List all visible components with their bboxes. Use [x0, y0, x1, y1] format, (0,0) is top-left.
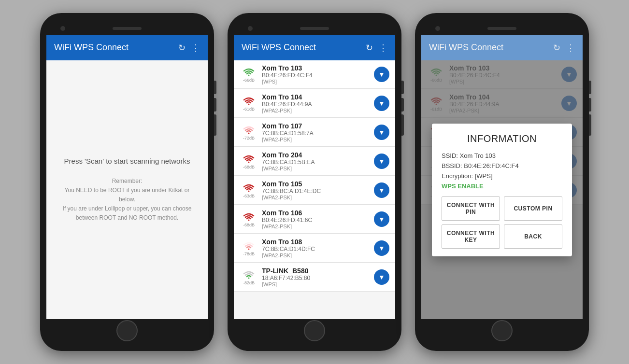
- signal-db: -66dB: [243, 78, 255, 83]
- power-btn-2[interactable]: [401, 114, 404, 136]
- network-item[interactable]: -66dB Xom Tro 103 B0:4E:26:FD:4C:F4 [WPS…: [234, 60, 395, 89]
- expand-button[interactable]: ▼: [374, 182, 389, 198]
- phone-speaker-2: [300, 27, 329, 30]
- menu-icon-3[interactable]: ⋮: [566, 42, 575, 53]
- expand-button[interactable]: ▼: [374, 67, 389, 82]
- network-security: [WPA2-PSK]: [262, 252, 370, 258]
- refresh-icon-3[interactable]: ↻: [553, 42, 560, 53]
- network-name: Xom Tro 107: [262, 122, 370, 130]
- menu-icon-2[interactable]: ⋮: [379, 42, 387, 53]
- expand-button[interactable]: ▼: [374, 269, 389, 285]
- network-security: [WPS]: [262, 79, 370, 84]
- network-item[interactable]: -72dB Xom Tro 107 7C:8B:CA:D1:58:7A [WPA…: [234, 118, 395, 147]
- network-name: Xom Tro 103: [262, 64, 370, 72]
- signal-icon: [242, 239, 256, 251]
- signal-icon: [242, 66, 256, 77]
- vol-down-2[interactable]: [401, 98, 404, 112]
- network-mac: B0:4E:26:FD:44:9A: [262, 101, 370, 108]
- home-btn-2[interactable]: [304, 320, 325, 341]
- network-mac: 7C:8B:CA:D1:5B:EA: [262, 159, 370, 166]
- network-info: Xom Tro 106 B0:4E:26:FD:41:6C [WPA2-PSK]: [258, 209, 374, 229]
- network-security: [WPA2-PSK]: [262, 224, 370, 229]
- network-item[interactable]: -78dB Xom Tro 108 7C:8B:CA:D1:4D:FC [WPA…: [234, 234, 395, 263]
- signal-icon: [242, 182, 256, 193]
- refresh-icon-1[interactable]: ↻: [178, 42, 186, 53]
- signal-db: -68dB: [243, 223, 255, 227]
- menu-icon-1[interactable]: ⋮: [191, 42, 200, 53]
- network-item[interactable]: -68dB Xom Tro 204 7C:8B:CA:D1:5B:EA [WPA…: [234, 147, 395, 176]
- network-mac: 7C:8B:BC:A:D1:4E:DC: [262, 188, 370, 195]
- vol-up-3[interactable]: [589, 81, 591, 94]
- signal-db: -61dB: [243, 107, 255, 112]
- network-mac: 18:A6:F7:42:B5:80: [262, 275, 370, 281]
- expand-button[interactable]: ▼: [374, 125, 389, 140]
- app-title-1: WiFi WPS Connect: [54, 42, 129, 53]
- phone-top-bar-1: [46, 22, 208, 35]
- signal-db: -63dB: [243, 194, 255, 198]
- app-bar-1: WiFi WPS Connect ↻ ⋮: [46, 35, 208, 60]
- phone-camera-2: [248, 26, 253, 31]
- phone-screen-2: WiFi WPS Connect ↻ ⋮ -66dB Xom Tro 103 B…: [234, 35, 395, 320]
- network-security: [WPA2-PSK]: [262, 195, 370, 200]
- dialog-encryption-row: Encryption: [WPS]: [442, 172, 562, 180]
- network-item[interactable]: -63dB Xom Tro 105 7C:8B:BC:A:D1:4E:DC [W…: [234, 176, 395, 205]
- phone-bottom-1: [46, 319, 208, 342]
- network-name: Xom Tro 204: [262, 151, 370, 159]
- power-btn-3[interactable]: [589, 114, 591, 136]
- expand-button[interactable]: ▼: [374, 240, 389, 256]
- signal-container: -78dB: [240, 239, 258, 256]
- network-security: [WPA2-PSK]: [262, 137, 370, 142]
- network-info: Xom Tro 204 7C:8B:CA:D1:5B:EA [WPA2-PSK]: [258, 151, 374, 171]
- wps-enable-label: WPS ENABLE: [442, 182, 562, 190]
- phone-speaker-1: [113, 27, 142, 30]
- vol-up-1[interactable]: [214, 81, 216, 94]
- info-dialog: INFORMATION SSID: Xom Tro 103 BSSID: B0:…: [432, 124, 572, 256]
- vol-down-1[interactable]: [214, 98, 216, 112]
- phone-screen-1: WiFi WPS Connect ↻ ⋮ Press 'Scan' to sta…: [46, 35, 208, 320]
- custom-pin-button[interactable]: CUSTOM PIN: [504, 196, 562, 221]
- home-btn-1[interactable]: [116, 320, 138, 341]
- phone-screen-3: WiFi WPS Connect ↻ ⋮ -66dB Xom Tro 103 B…: [421, 35, 583, 320]
- network-mac: B0:4E:26:FD:41:6C: [262, 217, 370, 224]
- phone-bottom-3: [421, 319, 583, 342]
- refresh-icon-2[interactable]: ↻: [366, 42, 373, 53]
- network-item[interactable]: -61dB Xom Tro 104 B0:4E:26:FD:44:9A [WPA…: [234, 89, 395, 118]
- remember-message: Remember: You NEED to be ROOT if you are…: [58, 177, 196, 223]
- vol-down-3[interactable]: [589, 98, 591, 112]
- app-bar-3: WiFi WPS Connect ↻ ⋮: [421, 35, 583, 60]
- signal-db: -68dB: [243, 165, 255, 169]
- network-item[interactable]: -68dB Xom Tro 106 B0:4E:26:FD:41:6C [WPA…: [234, 205, 395, 234]
- network-info: Xom Tro 108 7C:8B:CA:D1:4D:FC [WPA2-PSK]: [258, 238, 374, 258]
- signal-container: -63dB: [240, 182, 258, 198]
- network-list[interactable]: -66dB Xom Tro 103 B0:4E:26:FD:4C:F4 [WPS…: [234, 60, 395, 320]
- network-info: Xom Tro 104 B0:4E:26:FD:44:9A [WPA2-PSK]: [258, 93, 374, 113]
- signal-icon: [242, 124, 256, 135]
- network-info: Xom Tro 107 7C:8B:CA:D1:58:7A [WPA2-PSK]: [258, 122, 374, 142]
- network-info: Xom Tro 103 B0:4E:26:FD:4C:F4 [WPS]: [258, 64, 374, 84]
- app-actions-2: ↻ ⋮: [366, 42, 387, 53]
- connect-with-key-button[interactable]: CONNECT WITH KEY: [442, 224, 500, 249]
- signal-icon: [242, 153, 256, 164]
- signal-container: -61dB: [240, 95, 258, 112]
- network-info: TP-LINK_B580 18:A6:F7:42:B5:80 [WPS]: [258, 267, 374, 287]
- back-button[interactable]: BACK: [504, 224, 562, 249]
- home-btn-3[interactable]: [491, 320, 513, 341]
- network-info: Xom Tro 105 7C:8B:BC:A:D1:4E:DC [WPA2-PS…: [258, 180, 374, 200]
- connect-with-pin-button[interactable]: CONNECT WITH PIN: [442, 196, 500, 221]
- phone-top-bar-3: [421, 22, 583, 35]
- dialog-overlay[interactable]: INFORMATION SSID: Xom Tro 103 BSSID: B0:…: [421, 60, 583, 320]
- vol-up-2[interactable]: [401, 81, 404, 94]
- network-item[interactable]: -82dB TP-LINK_B580 18:A6:F7:42:B5:80 [WP…: [234, 263, 395, 292]
- expand-button[interactable]: ▼: [374, 154, 389, 169]
- network-name: Xom Tro 106: [262, 209, 370, 217]
- screen-dialog-container: -66dB Xom Tro 103 B0:4E:26:FD:4C:F4 [WPS…: [421, 60, 583, 320]
- ssid-label: SSID:: [442, 152, 460, 159]
- expand-button[interactable]: ▼: [374, 96, 389, 111]
- encryption-label: Encryption:: [442, 172, 475, 180]
- expand-button[interactable]: ▼: [374, 211, 389, 227]
- power-btn-1[interactable]: [214, 114, 216, 136]
- phone-2: WiFi WPS Connect ↻ ⋮ -66dB Xom Tro 103 B…: [228, 13, 401, 351]
- signal-icon: [242, 210, 256, 222]
- bssid-label: BSSID:: [442, 162, 464, 169]
- signal-db: -82dB: [243, 280, 255, 285]
